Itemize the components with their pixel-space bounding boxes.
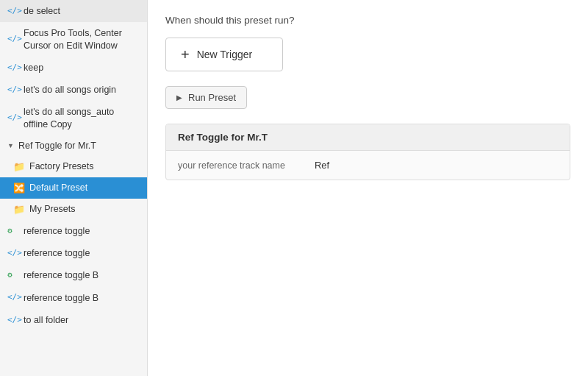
ref-field-value: Ref xyxy=(315,160,329,171)
code-icon: </> xyxy=(7,113,19,123)
code-icon: </> xyxy=(7,34,19,44)
folder-icon: 📁 xyxy=(13,161,25,172)
sidebar-item-focus-pro-tools[interactable]: </> Focus Pro Tools, Center Cursor on Ed… xyxy=(0,22,147,57)
folder-icon: 🔀 xyxy=(13,182,25,194)
sidebar-item-reference-toggle-1[interactable]: ⚙ reference toggle xyxy=(0,220,147,242)
sidebar-item-my-presets[interactable]: 📁 My Presets xyxy=(0,199,147,220)
sidebar-item-keep[interactable]: </> keep xyxy=(0,57,147,79)
sidebar-group-label: Ref Toggle for Mr.T xyxy=(18,141,96,151)
sidebar-item-reference-toggle-2[interactable]: </> reference toggle xyxy=(0,242,147,264)
folder-icon: 📁 xyxy=(13,204,25,215)
ref-field-label: your reference track name xyxy=(178,160,285,171)
sidebar-item-label: reference toggle xyxy=(24,247,90,259)
main-question: When should this preset run? xyxy=(165,15,570,26)
sidebar-item-label: let's do all songs origin xyxy=(24,84,116,96)
new-trigger-button[interactable]: + New Trigger xyxy=(165,38,283,71)
code-icon: </> xyxy=(7,6,19,16)
main-content: When should this preset run? + New Trigg… xyxy=(148,0,588,376)
ref-toggle-card-title: Ref Toggle for Mr.T xyxy=(166,124,570,151)
gear-icon: ⚙ xyxy=(7,226,19,236)
gear-icon: ⚙ xyxy=(7,270,19,280)
sidebar-group-ref-toggle[interactable]: ▼ Ref Toggle for Mr.T xyxy=(0,135,147,156)
sidebar-item-de-select[interactable]: </> de select xyxy=(0,0,147,22)
sidebar: </> de select </> Focus Pro Tools, Cente… xyxy=(0,0,148,376)
plus-icon: + xyxy=(181,47,190,62)
sidebar-item-reference-toggle-b-2[interactable]: </> reference toggle B xyxy=(0,287,147,309)
ref-toggle-card-body: your reference track name Ref xyxy=(166,151,570,180)
run-preset-button[interactable]: ▶ Run Preset xyxy=(165,86,247,109)
sidebar-item-label: to all folder xyxy=(24,314,68,326)
sidebar-item-factory-presets[interactable]: 📁 Factory Presets xyxy=(0,156,147,177)
sidebar-item-lets-do-all-songs-auto[interactable]: </> let's do all songs_auto offline Copy xyxy=(0,101,147,135)
sidebar-item-label: de select xyxy=(24,5,60,17)
ref-toggle-card: Ref Toggle for Mr.T your reference track… xyxy=(165,124,570,180)
run-preset-label: Run Preset xyxy=(188,92,236,103)
new-trigger-label: New Trigger xyxy=(197,49,252,60)
sidebar-item-label: Default Preset xyxy=(29,182,87,193)
play-icon: ▶ xyxy=(176,93,182,102)
code-icon: </> xyxy=(7,85,19,95)
chevron-down-icon: ▼ xyxy=(7,142,14,149)
sidebar-item-label: Focus Pro Tools, Center Cursor on Edit W… xyxy=(24,27,140,52)
sidebar-item-label: Factory Presets xyxy=(29,161,94,171)
sidebar-item-default-preset[interactable]: 🔀 Default Preset xyxy=(0,177,147,199)
code-icon: </> xyxy=(7,292,19,302)
sidebar-item-label: let's do all songs_auto offline Copy xyxy=(24,106,140,130)
sidebar-item-label: My Presets xyxy=(29,204,76,214)
code-icon: </> xyxy=(7,248,19,258)
sidebar-item-to-all-folder[interactable]: </> to all folder xyxy=(0,309,147,331)
sidebar-item-reference-toggle-b-1[interactable]: ⚙ reference toggle B xyxy=(0,264,147,286)
sidebar-item-lets-do-all-songs-origin[interactable]: </> let's do all songs origin xyxy=(0,79,147,101)
sidebar-item-label: reference toggle B xyxy=(24,269,98,281)
sidebar-item-label: reference toggle xyxy=(24,225,90,237)
code-icon: </> xyxy=(7,315,19,325)
sidebar-item-label: reference toggle B xyxy=(24,292,98,304)
code-icon: </> xyxy=(7,63,19,73)
sidebar-item-label: keep xyxy=(24,62,43,74)
